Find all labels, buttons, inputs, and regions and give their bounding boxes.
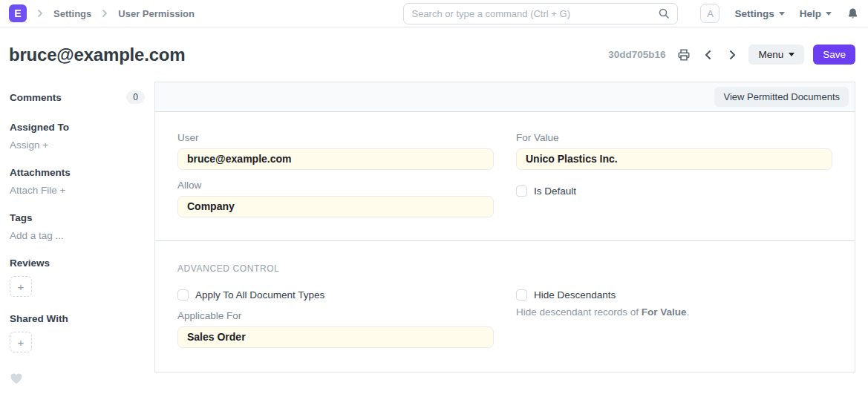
user-avatar[interactable]: A bbox=[700, 4, 719, 23]
search-input[interactable] bbox=[411, 8, 658, 19]
breadcrumb-chevron-icon bbox=[34, 7, 46, 19]
apply-to-all-document-types-label[interactable]: Apply To All Document Types bbox=[195, 289, 324, 301]
global-search[interactable] bbox=[403, 3, 678, 24]
notifications-bell-icon[interactable] bbox=[846, 7, 859, 20]
allow-field[interactable]: Company bbox=[177, 196, 494, 217]
is-default-checkbox[interactable] bbox=[516, 185, 527, 197]
add-review-button[interactable]: + bbox=[10, 276, 32, 297]
column-left: User bruce@example.com Allow Company bbox=[177, 122, 494, 217]
description-text: Hide descendant records of bbox=[516, 306, 642, 318]
user-field-label: User bbox=[177, 132, 494, 143]
column-left: Apply To All Document Types Applicable F… bbox=[177, 274, 494, 348]
form-toolbar: View Permitted Documents bbox=[155, 82, 855, 112]
settings-dropdown[interactable]: Settings bbox=[734, 8, 784, 19]
page-title: bruce@example.com bbox=[9, 45, 185, 65]
applicable-for-field[interactable]: Sales Order bbox=[177, 326, 494, 348]
reviews-heading: Reviews bbox=[10, 257, 145, 269]
advanced-control-heading: ADVANCED CONTROL bbox=[177, 263, 832, 274]
menu-button[interactable]: Menu bbox=[748, 45, 804, 65]
column-right: For Value Unico Plastics Inc. Is Default bbox=[516, 122, 832, 217]
page-body: Comments 0 Assigned To Assign + Attachme… bbox=[0, 82, 868, 394]
column-right: Hide Descendants Hide descendant records… bbox=[516, 274, 832, 348]
hide-descendants-checkbox[interactable] bbox=[516, 289, 527, 301]
form-section-main: User bruce@example.com Allow Company For… bbox=[155, 112, 855, 241]
previous-document-button[interactable] bbox=[701, 47, 716, 62]
allow-field-label: Allow bbox=[177, 180, 494, 191]
tags-heading: Tags bbox=[10, 212, 145, 223]
breadcrumb-user-permission[interactable]: User Permission bbox=[118, 8, 195, 19]
user-field[interactable]: bruce@example.com bbox=[177, 148, 494, 170]
assign-button[interactable]: Assign + bbox=[10, 139, 48, 151]
app-logo[interactable]: E bbox=[9, 4, 27, 22]
page-actions: 30dd705b16 Menu Save bbox=[608, 45, 855, 65]
help-dropdown[interactable]: Help bbox=[800, 8, 832, 19]
form-sidebar: Comments 0 Assigned To Assign + Attachme… bbox=[0, 82, 154, 394]
for-value-field-label: For Value bbox=[516, 132, 832, 143]
breadcrumb-settings[interactable]: Settings bbox=[53, 8, 91, 19]
description-text: . bbox=[687, 306, 690, 318]
comments-count-badge: 0 bbox=[126, 91, 145, 104]
search-icon bbox=[658, 7, 670, 19]
document-hash: 30dd705b16 bbox=[608, 49, 665, 60]
help-dropdown-label: Help bbox=[800, 8, 821, 19]
next-document-button[interactable] bbox=[725, 47, 740, 62]
hide-descendants-description: Hide descendant records of For Value. bbox=[516, 306, 832, 318]
shared-with-heading: Shared With bbox=[10, 313, 145, 324]
chevron-down-icon bbox=[826, 12, 832, 16]
form-section-advanced: ADVANCED CONTROL Apply To All Document T… bbox=[155, 241, 855, 370]
menu-button-label: Menu bbox=[758, 49, 783, 60]
navbar: E Settings User Permission A Settings He… bbox=[0, 0, 868, 27]
settings-dropdown-label: Settings bbox=[734, 8, 774, 19]
form-card: View Permitted Documents User bruce@exam… bbox=[154, 82, 855, 372]
comments-link[interactable]: Comments bbox=[10, 92, 62, 103]
for-value-field[interactable]: Unico Plastics Inc. bbox=[516, 148, 832, 170]
print-icon[interactable] bbox=[676, 47, 692, 63]
is-default-label[interactable]: Is Default bbox=[534, 185, 576, 197]
description-bold-text: For Value bbox=[642, 306, 687, 318]
attach-file-button[interactable]: Attach File + bbox=[10, 185, 65, 196]
chevron-down-icon bbox=[789, 53, 794, 56]
apply-to-all-document-types-checkbox[interactable] bbox=[177, 289, 189, 301]
like-heart-icon[interactable] bbox=[10, 372, 145, 390]
page-header: bruce@example.com 30dd705b16 Menu Save bbox=[0, 27, 868, 82]
chevron-down-icon bbox=[779, 12, 785, 16]
breadcrumb-chevron-icon bbox=[99, 7, 111, 19]
applicable-for-field-label: Applicable For bbox=[177, 310, 494, 321]
add-tag-input[interactable]: Add a tag ... bbox=[10, 230, 64, 241]
save-button[interactable]: Save bbox=[813, 45, 855, 65]
share-button[interactable]: + bbox=[10, 332, 32, 352]
navbar-right: A Settings Help bbox=[700, 4, 859, 23]
assigned-to-heading: Assigned To bbox=[10, 122, 145, 133]
hide-descendants-label[interactable]: Hide Descendants bbox=[534, 289, 616, 301]
view-permitted-documents-button[interactable]: View Permitted Documents bbox=[714, 87, 849, 107]
attachments-heading: Attachments bbox=[10, 167, 145, 178]
